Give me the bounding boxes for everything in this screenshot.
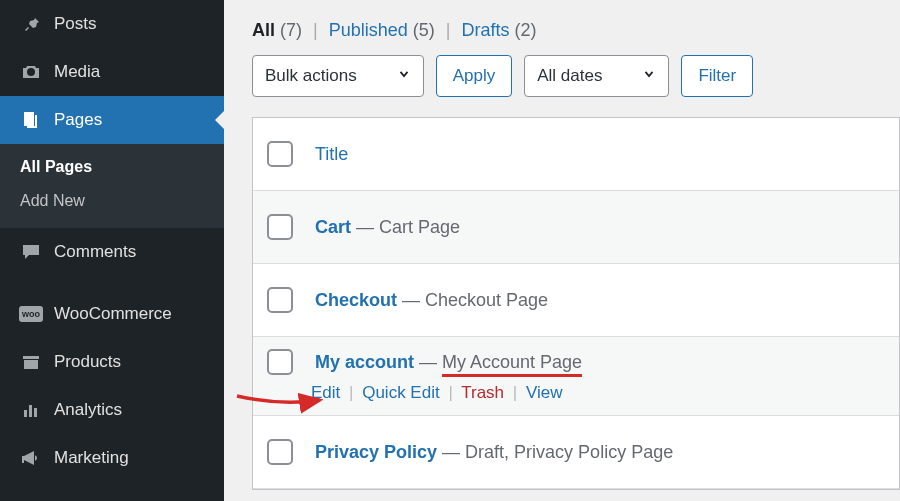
row-state: — My Account Page bbox=[414, 352, 582, 377]
select-all-checkbox[interactable] bbox=[267, 141, 293, 167]
row-actions: Edit | Quick Edit | Trash | View bbox=[311, 383, 885, 403]
filter-button[interactable]: Filter bbox=[681, 55, 753, 97]
pages-table: Title Cart — Cart Page Checkout — Checko… bbox=[252, 117, 900, 490]
archive-icon bbox=[18, 349, 44, 375]
sidebar-item-marketing[interactable]: Marketing bbox=[0, 434, 224, 482]
column-title[interactable]: Title bbox=[315, 144, 885, 165]
row-action-view[interactable]: View bbox=[526, 383, 563, 402]
row-state: — Checkout Page bbox=[397, 290, 548, 310]
table-row[interactable]: Cart — Cart Page bbox=[253, 191, 899, 264]
filter-published[interactable]: Published (5) bbox=[329, 20, 440, 40]
row-title-link[interactable]: Privacy Policy bbox=[315, 442, 437, 462]
row-state: — Draft, Privacy Policy Page bbox=[437, 442, 673, 462]
row-title-link[interactable]: My account bbox=[315, 352, 414, 372]
row-checkbox[interactable] bbox=[267, 214, 293, 240]
row-state: — Cart Page bbox=[351, 217, 460, 237]
row-action-trash[interactable]: Trash bbox=[461, 383, 504, 402]
sidebar-item-posts[interactable]: Posts bbox=[0, 0, 224, 48]
sidebar-item-label: Analytics bbox=[54, 400, 122, 420]
sidebar-item-label: Comments bbox=[54, 242, 136, 262]
submenu-all-pages[interactable]: All Pages bbox=[0, 150, 224, 184]
camera-icon bbox=[18, 59, 44, 85]
filter-drafts[interactable]: Drafts (2) bbox=[462, 20, 537, 40]
row-action-edit[interactable]: Edit bbox=[311, 383, 340, 402]
table-header: Title bbox=[253, 118, 899, 191]
chevron-down-icon bbox=[642, 66, 656, 86]
row-checkbox[interactable] bbox=[267, 287, 293, 313]
sidebar-item-analytics[interactable]: Analytics bbox=[0, 386, 224, 434]
apply-button[interactable]: Apply bbox=[436, 55, 513, 97]
row-checkbox[interactable] bbox=[267, 439, 293, 465]
comment-icon bbox=[18, 239, 44, 265]
analytics-icon bbox=[18, 397, 44, 423]
woo-icon: woo bbox=[18, 301, 44, 327]
sidebar-item-products[interactable]: Products bbox=[0, 338, 224, 386]
submenu-add-new[interactable]: Add New bbox=[0, 184, 224, 218]
table-row[interactable]: My account — My Account Page Edit | Quic… bbox=[253, 337, 899, 416]
pin-icon bbox=[18, 11, 44, 37]
sidebar-item-label: Products bbox=[54, 352, 121, 372]
sidebar-submenu-pages: All Pages Add New bbox=[0, 144, 224, 228]
sidebar-item-woocommerce[interactable]: woo WooCommerce bbox=[0, 290, 224, 338]
filter-all[interactable]: All (7) bbox=[252, 20, 307, 40]
row-title-link[interactable]: Checkout bbox=[315, 290, 397, 310]
sidebar-item-label: Pages bbox=[54, 110, 102, 130]
pages-icon bbox=[18, 107, 44, 133]
sidebar-item-label: Posts bbox=[54, 14, 97, 34]
table-row[interactable]: Privacy Policy — Draft, Privacy Policy P… bbox=[253, 416, 899, 489]
sidebar-item-label: WooCommerce bbox=[54, 304, 172, 324]
chevron-down-icon bbox=[397, 66, 411, 86]
bulk-actions-select[interactable]: Bulk actions bbox=[252, 55, 424, 97]
sidebar-item-pages[interactable]: Pages bbox=[0, 96, 224, 144]
date-filter-select[interactable]: All dates bbox=[524, 55, 669, 97]
main-content: All (7) | Published (5) | Drafts (2) Bul… bbox=[224, 0, 900, 501]
action-bar: Bulk actions Apply All dates Filter bbox=[252, 55, 900, 97]
megaphone-icon bbox=[18, 445, 44, 471]
admin-sidebar: Posts Media Pages All Pages Add New Comm… bbox=[0, 0, 224, 501]
sidebar-item-label: Media bbox=[54, 62, 100, 82]
table-row[interactable]: Checkout — Checkout Page bbox=[253, 264, 899, 337]
sidebar-item-comments[interactable]: Comments bbox=[0, 228, 224, 276]
sidebar-item-media[interactable]: Media bbox=[0, 48, 224, 96]
row-title-link[interactable]: Cart bbox=[315, 217, 351, 237]
row-action-quick-edit[interactable]: Quick Edit bbox=[362, 383, 439, 402]
row-checkbox[interactable] bbox=[267, 349, 293, 375]
sidebar-item-label: Marketing bbox=[54, 448, 129, 468]
status-filters: All (7) | Published (5) | Drafts (2) bbox=[252, 20, 900, 41]
